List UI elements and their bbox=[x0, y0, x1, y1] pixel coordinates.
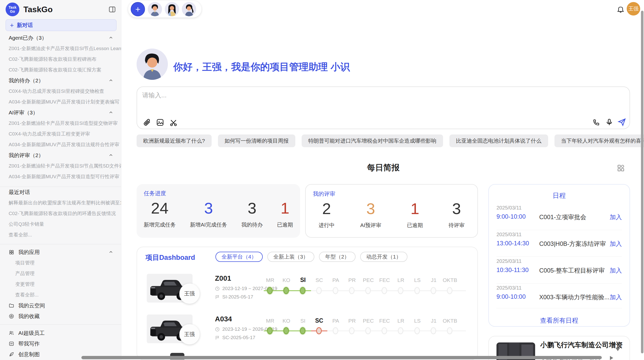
milestone-node[interactable] bbox=[300, 327, 305, 334]
list-item[interactable]: Z001-全新燃油轻卡产品开发项目SI造型提交物评审 bbox=[0, 118, 121, 129]
milestone-node[interactable] bbox=[283, 327, 289, 334]
sidebar-item-cloud-space[interactable]: 我的云空间 bbox=[0, 300, 121, 311]
chevron-up-icon[interactable] bbox=[108, 250, 113, 255]
tab-year-model[interactable]: 年型（2） bbox=[319, 252, 356, 262]
app-logo: Task Go bbox=[6, 3, 19, 16]
sidebar-item-ai-super-staff[interactable]: AI超级员工 bbox=[0, 328, 121, 338]
milestone-node[interactable] bbox=[382, 327, 387, 334]
milestone-node[interactable] bbox=[283, 287, 289, 294]
milestone-node[interactable] bbox=[316, 327, 322, 334]
current-user-avatar[interactable]: 王强 bbox=[627, 2, 640, 16]
list-item[interactable]: A034-全新新能源MUV产品开发项目计划变更表编写 bbox=[0, 97, 121, 107]
vertical-scrollbar[interactable] bbox=[641, 11, 643, 353]
sidebar-item-product-mgmt[interactable]: 产品管理 bbox=[0, 268, 121, 279]
list-item[interactable]: C02-飞腾新能源轻客改款项目的闭环通告反馈情况 bbox=[0, 208, 121, 219]
list-item[interactable]: A034-全新新能源MUV产品开发项目造型可行性评审 bbox=[0, 171, 121, 182]
image-icon[interactable] bbox=[156, 118, 165, 127]
tab-powertrain[interactable]: 动总开发（1） bbox=[360, 252, 407, 262]
list-item[interactable]: Z001-全新燃油皮卡产品开发项目SI节点Lesson Learn报告 bbox=[0, 43, 121, 54]
chevron-up-icon[interactable] bbox=[108, 35, 113, 40]
milestone-label: MR bbox=[262, 277, 278, 283]
section-ai-review[interactable]: AI评审（3） bbox=[0, 107, 121, 118]
people-icon bbox=[9, 330, 14, 336]
clock-icon bbox=[215, 327, 220, 332]
sidebar-item-help-me-write[interactable]: 帮我写作 bbox=[0, 338, 121, 349]
scroll-down-arrow-icon[interactable] bbox=[616, 348, 620, 351]
milestone-node[interactable] bbox=[431, 287, 436, 294]
list-item[interactable]: C02-飞腾新能源轻客改款项目里程碑画布 bbox=[0, 54, 121, 65]
scissors-icon[interactable] bbox=[169, 118, 178, 127]
avatar[interactable] bbox=[165, 2, 179, 16]
notifications-bell-icon[interactable] bbox=[617, 5, 625, 13]
section-agent-done[interactable]: Agent已办（3） bbox=[0, 33, 121, 43]
join-button[interactable]: 加入 bbox=[610, 213, 622, 221]
milestone-node[interactable] bbox=[447, 327, 452, 334]
suggestion-chip[interactable]: 特朗普可能对进口汽车增税会对中国车企造成哪些影响 bbox=[302, 134, 443, 147]
sidebar-item-my-apps[interactable]: 我的应用 bbox=[0, 247, 121, 258]
join-button[interactable]: 加入 bbox=[610, 293, 622, 301]
send-icon[interactable] bbox=[617, 117, 626, 126]
milestone-node[interactable] bbox=[316, 287, 322, 294]
chevron-up-icon[interactable] bbox=[108, 110, 113, 115]
sidebar-item-project-mgmt[interactable]: 项目管理 bbox=[0, 258, 121, 268]
milestone-node[interactable] bbox=[300, 287, 305, 294]
add-contact-button[interactable]: + bbox=[131, 2, 145, 16]
section-my-todo[interactable]: 我的待办（2） bbox=[0, 75, 121, 86]
milestone-node[interactable] bbox=[267, 327, 273, 334]
horizontal-scrollbar[interactable] bbox=[81, 356, 602, 359]
chevron-up-icon[interactable] bbox=[108, 153, 113, 158]
milestone-label: LR bbox=[393, 277, 409, 283]
tab-new-body[interactable]: 全新上装（3） bbox=[267, 252, 315, 262]
mic-icon[interactable] bbox=[605, 118, 614, 127]
chat-input[interactable] bbox=[142, 91, 621, 112]
phone-icon[interactable] bbox=[592, 118, 601, 127]
milestone-node[interactable] bbox=[365, 287, 371, 294]
suggestion-chip[interactable]: 当下年轻人对汽车外观有怎样的喜好趋势 bbox=[554, 134, 644, 147]
news-title: 小鹏飞行汽车制造公司增资 bbox=[540, 340, 623, 350]
milestone-node[interactable] bbox=[349, 327, 355, 334]
milestone-node[interactable] bbox=[398, 287, 403, 294]
suggestion-chip[interactable]: 如何写一份清晰的项目周报 bbox=[218, 134, 295, 147]
milestone-node[interactable] bbox=[398, 327, 403, 334]
chevron-up-icon[interactable] bbox=[108, 78, 113, 83]
avatar[interactable] bbox=[182, 2, 196, 16]
avatar[interactable] bbox=[148, 2, 162, 16]
milestone-node[interactable] bbox=[333, 327, 338, 334]
list-item[interactable]: 公司Q3轻卡销量 bbox=[0, 219, 121, 230]
sidebar-item-favorites[interactable]: 我的收藏 bbox=[0, 311, 121, 322]
list-item[interactable]: 解释最新出台的欧盟报废车法规再生塑料比例被调至15%... bbox=[0, 198, 121, 208]
project-code[interactable]: Z001 bbox=[215, 274, 231, 282]
list-item[interactable]: Z001-全新燃油轻卡产品开发项目SI节点属性5D文件评审 bbox=[0, 161, 121, 171]
milestone-node[interactable] bbox=[414, 287, 420, 294]
milestone-node[interactable] bbox=[365, 327, 371, 334]
list-item[interactable]: A034-全新新能源MUV产品开发项目法规符合性评审 bbox=[0, 139, 121, 150]
milestone-node[interactable] bbox=[414, 327, 420, 334]
layout-grid-icon[interactable] bbox=[617, 164, 625, 172]
new-chat-button[interactable]: + 新对话 bbox=[6, 19, 116, 31]
milestone-node[interactable] bbox=[382, 287, 387, 294]
list-item[interactable]: C02-飞腾新能源轻客改款项目立项汇报方案 bbox=[0, 65, 121, 75]
stat: 3 我的待办 bbox=[241, 199, 263, 228]
milestone-node[interactable] bbox=[431, 327, 436, 334]
suggestion-chip[interactable]: 比亚迪全固态电池计划具体说了什么 bbox=[449, 134, 548, 147]
view-all-chats-link[interactable]: 查看全部... bbox=[0, 230, 121, 240]
list-item[interactable]: C0X4-动力总成开发项目工程变更评审 bbox=[0, 129, 121, 139]
milestone-node[interactable] bbox=[267, 287, 273, 294]
section-my-review[interactable]: 我的评审（2） bbox=[0, 150, 121, 161]
sidebar-item-change-mgmt[interactable]: 变更管理 bbox=[0, 279, 121, 290]
list-item[interactable]: C0X4-动力总成开发项目SI里程碑提交物检查 bbox=[0, 86, 121, 97]
view-all-schedule-link[interactable]: 查看所有日程 bbox=[489, 316, 630, 325]
milestone-node[interactable] bbox=[447, 287, 452, 294]
scroll-right-arrow-icon[interactable] bbox=[610, 356, 613, 360]
milestone-node[interactable] bbox=[333, 287, 338, 294]
join-button[interactable]: 加入 bbox=[610, 266, 622, 275]
project-code[interactable]: A034 bbox=[215, 315, 232, 323]
sidebar-collapse-icon[interactable] bbox=[108, 6, 116, 13]
join-button[interactable]: 加入 bbox=[610, 240, 622, 248]
attachment-icon[interactable] bbox=[143, 118, 151, 127]
tab-all-new-platform[interactable]: 全新平台（4） bbox=[215, 252, 263, 262]
suggestion-chip[interactable]: 欧洲新规最近颁布了什么? bbox=[137, 134, 212, 147]
app-title: TaskGo bbox=[23, 5, 108, 14]
view-all-apps-link[interactable]: 查看全部... bbox=[0, 290, 121, 300]
milestone-node[interactable] bbox=[349, 287, 355, 294]
